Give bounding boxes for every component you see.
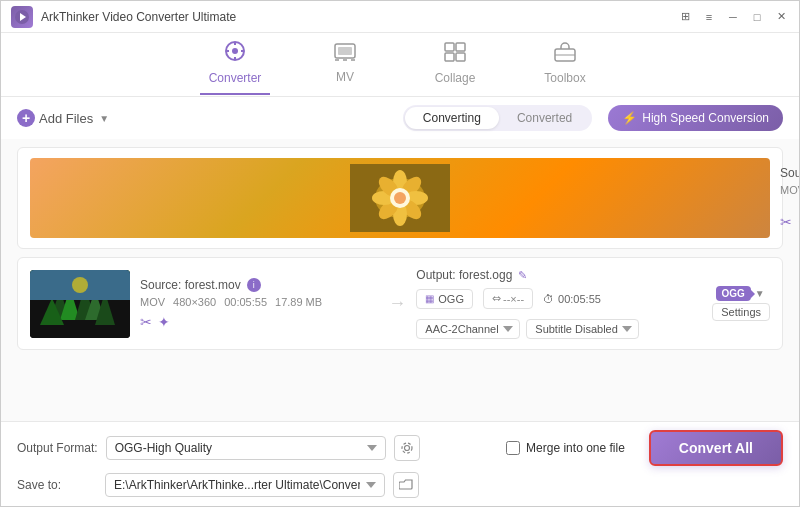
add-files-dropdown-arrow[interactable]: ▼ [99, 113, 109, 124]
audio-track-select-2[interactable]: AAC-2Channel [416, 319, 520, 339]
file-source-2: Source: forest.mov i [140, 278, 378, 292]
bottom-bar: Output Format: OGG-High Quality Merge in… [1, 421, 799, 506]
save-to-select[interactable]: E:\ArkThinker\ArkThinke...rter Ultimate\… [105, 473, 385, 497]
high-speed-label: High Speed Conversion [642, 111, 769, 125]
output-header-2: Output: forest.ogg ✎ [416, 268, 702, 282]
nav-item-collage[interactable]: Collage [420, 42, 490, 93]
app-logo [11, 6, 33, 28]
format-val-2: OGG [438, 293, 464, 305]
file-meta-2: MOV 480×360 00:05:55 17.89 MB [140, 296, 378, 308]
output-label-2: Output: forest.ogg [416, 268, 512, 282]
grid-icon[interactable]: ⊞ [677, 9, 693, 25]
plus-icon: + [17, 109, 35, 127]
meta-resolution-2: 480×360 [173, 296, 216, 308]
window-controls: ⊞ ≡ ─ □ ✕ [677, 9, 789, 25]
badge-arrow-2 [751, 290, 755, 298]
output-section-2: Output: forest.ogg ✎ ▦ OGG ⇔ --×-- ⏱ 00:… [416, 268, 702, 339]
nav-label-toolbox: Toolbox [544, 71, 585, 85]
output-row-2: AAC-2Channel Subtitle Disabled [416, 319, 702, 339]
file-list: Source: flowsers.mov i MOV 1280×720 00:0… [1, 139, 799, 421]
convert-all-button[interactable]: Convert All [649, 430, 783, 466]
nav-item-converter[interactable]: Converter [200, 40, 270, 95]
settings-wrap-2: OGG ▼ Settings [712, 286, 770, 321]
toolbox-icon [554, 42, 576, 67]
nav-item-toolbox[interactable]: Toolbox [530, 42, 600, 93]
meta-format-1: MOV [780, 184, 799, 208]
resize-box-2: ⇔ --×-- [483, 288, 533, 309]
thumbnail-2 [30, 270, 130, 338]
cut-icon-1[interactable]: ✂ [780, 214, 792, 230]
add-files-button[interactable]: + Add Files ▼ [17, 109, 109, 127]
clip-icon-2[interactable]: ✦ [158, 314, 170, 330]
tab-converting[interactable]: Converting [405, 107, 499, 129]
svg-rect-14 [456, 43, 465, 51]
nav-bar: Converter MV [1, 33, 799, 97]
arrow-icon-2: → [388, 293, 406, 314]
svg-rect-15 [445, 53, 454, 61]
tab-group: Converting Converted [403, 105, 592, 131]
nav-item-mv[interactable]: MV [310, 43, 380, 92]
clock-icon-2: ⏱ [543, 293, 554, 305]
minimize-button[interactable]: ─ [725, 9, 741, 25]
browse-folder-button[interactable] [393, 472, 419, 498]
folder-icon [399, 479, 413, 491]
collage-icon [444, 42, 466, 67]
output-format-settings-btn[interactable] [394, 435, 420, 461]
settings-button-2[interactable]: Settings [712, 303, 770, 321]
app-title: ArkThinker Video Converter Ultimate [41, 10, 677, 24]
output-format-select[interactable]: OGG-High Quality [106, 436, 386, 460]
edit-icon-2[interactable]: ✎ [518, 269, 527, 282]
file-meta-1: MOV 1280×720 00:02:59 67.12 MB [780, 184, 799, 208]
main-window: ArkThinker Video Converter Ultimate ⊞ ≡ … [0, 0, 800, 507]
tab-converted[interactable]: Converted [499, 107, 590, 129]
source-label-1: Source: flowsers.mov [780, 166, 799, 180]
svg-point-41 [404, 446, 409, 451]
nav-label-converter: Converter [209, 71, 262, 85]
file-actions-1: ✂ ✦ [780, 214, 799, 230]
svg-rect-16 [456, 53, 465, 61]
time-val-2: 00:05:55 [558, 293, 601, 305]
ogg-dropdown-2[interactable]: ▼ [753, 288, 767, 299]
subtitle-select-2[interactable]: Subtitle Disabled [526, 319, 639, 339]
ogg-badge-text-2: OGG [722, 288, 745, 299]
output-format-row: Output Format: OGG-High Quality Merge in… [17, 430, 783, 466]
meta-size-2: 17.89 MB [275, 296, 322, 308]
merge-check: Merge into one file [506, 441, 625, 455]
meta-duration-2: 00:05:55 [224, 296, 267, 308]
resize-val-2: --×-- [503, 293, 524, 305]
merge-label: Merge into one file [526, 441, 625, 455]
format-box-2: ▦ OGG [416, 289, 473, 309]
format-icon-2: ▦ [425, 293, 434, 304]
mv-icon [334, 43, 356, 66]
gear-icon [400, 441, 414, 455]
file-info-1: Source: flowsers.mov i MOV 1280×720 00:0… [780, 166, 799, 230]
merge-checkbox[interactable] [506, 441, 520, 455]
file-item-2: Source: forest.mov i MOV 480×360 00:05:5… [17, 257, 783, 350]
clip-icon-1[interactable]: ✦ [798, 214, 799, 230]
cut-icon-2[interactable]: ✂ [140, 314, 152, 330]
file-source-1: Source: flowsers.mov i [780, 166, 799, 180]
svg-rect-12 [338, 47, 352, 55]
maximize-button[interactable]: □ [749, 9, 765, 25]
high-speed-button[interactable]: ⚡ High Speed Conversion [608, 105, 783, 131]
nav-label-collage: Collage [435, 71, 476, 85]
menu-icon[interactable]: ≡ [701, 9, 717, 25]
resize-icon-2: ⇔ [492, 292, 501, 305]
meta-format-2: MOV [140, 296, 165, 308]
toolbar: + Add Files ▼ Converting Converted ⚡ Hig… [1, 97, 799, 139]
output-row-top-2: ▦ OGG ⇔ --×-- ⏱ 00:05:55 [416, 288, 702, 309]
add-files-label: Add Files [39, 111, 93, 126]
close-button[interactable]: ✕ [773, 9, 789, 25]
title-bar: ArkThinker Video Converter Ultimate ⊞ ≡ … [1, 1, 799, 33]
save-to-row: Save to: E:\ArkThinker\ArkThinke...rter … [17, 472, 783, 498]
time-box-2: ⏱ 00:05:55 [543, 293, 601, 305]
file-item-1: Source: flowsers.mov i MOV 1280×720 00:0… [17, 147, 783, 249]
svg-point-40 [72, 277, 88, 293]
svg-point-3 [232, 48, 238, 54]
info-icon-2[interactable]: i [247, 278, 261, 292]
file-info-2: Source: forest.mov i MOV 480×360 00:05:5… [140, 278, 378, 330]
converter-icon [224, 40, 246, 67]
ogg-badge-2: OGG [716, 286, 751, 301]
svg-rect-13 [445, 43, 454, 51]
svg-point-30 [394, 192, 406, 204]
